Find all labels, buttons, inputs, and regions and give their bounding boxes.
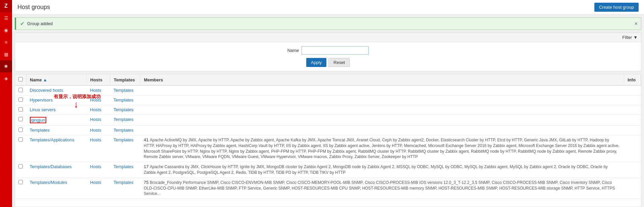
group-name-link[interactable]: qingjun — [31, 118, 45, 123]
table-row: Linux serversHostsTemplates — [15, 105, 641, 115]
filter-name-input[interactable] — [302, 46, 369, 55]
group-name-link[interactable]: Templates/Applications — [30, 137, 74, 142]
reset-button[interactable]: Reset — [328, 58, 350, 67]
hosts-link[interactable]: Hosts — [90, 107, 101, 112]
templates-link[interactable]: Templates — [114, 117, 133, 122]
table-row: Templates/ApplicationsHostsTemplates41 A… — [15, 135, 641, 162]
info-cell — [624, 135, 641, 162]
close-notification-button[interactable]: × — [635, 21, 638, 27]
hosts-link[interactable]: Hosts — [90, 164, 101, 169]
info-cell — [624, 95, 641, 105]
filter-content: Name Apply Reset — [15, 42, 641, 71]
success-notification: ✔ Group added × — [15, 17, 641, 30]
templates-link[interactable]: Templates — [114, 180, 133, 185]
inventory-icon[interactable]: ▦ — [0, 48, 12, 60]
success-message-text: Group added — [27, 21, 53, 26]
templates-link[interactable]: Templates — [114, 97, 133, 102]
filter-name-label: Name — [287, 48, 299, 53]
members-text: Apache Cassandra by JMX, ClickHouse by H… — [144, 164, 608, 175]
members-text: Brocade_Foundry Performance SNMP, Cisco … — [144, 180, 615, 196]
filter-panel: Filter ▼ Name Apply Reset — [15, 32, 641, 71]
row-checkbox[interactable] — [18, 164, 23, 168]
templates-link[interactable]: Templates — [114, 88, 133, 93]
info-cell — [624, 178, 641, 199]
group-name-link[interactable]: Templates/Databases — [30, 164, 72, 169]
templates-link[interactable]: Templates — [114, 137, 133, 142]
members-text: Apache ActiveMQ by JMX, Apache by HTTP, … — [144, 138, 620, 159]
info-cell — [624, 126, 641, 135]
main-content: Host groups Create host group ✔ Group ad… — [12, 0, 644, 207]
row-checkbox[interactable] — [18, 88, 23, 92]
group-name-link[interactable]: Templates — [30, 128, 50, 133]
host-groups-table: Name ▲ Hosts Templates Members Info Disc… — [15, 74, 641, 199]
table-row: Discovered hostsHostsTemplates — [15, 85, 641, 95]
table-row: HypervisorsHostsTemplates — [15, 95, 641, 105]
row-checkbox[interactable] — [18, 128, 23, 132]
select-all-checkbox[interactable] — [18, 77, 23, 81]
filter-buttons: Apply Reset — [306, 58, 350, 67]
filter-icon: ▼ — [633, 35, 638, 40]
templates-link[interactable]: Templates — [114, 107, 133, 112]
host-groups-table-container: Name ▲ Hosts Templates Members Info Disc… — [15, 74, 641, 207]
view-icon[interactable]: ◉ — [0, 24, 12, 36]
hosts-link[interactable]: Hosts — [90, 97, 101, 102]
hosts-link[interactable]: Hosts — [90, 117, 101, 122]
info-cell — [624, 105, 641, 115]
group-name-link[interactable]: Linux servers — [30, 107, 56, 112]
table-row: Templates/DatabasesHostsTemplates17 Apac… — [15, 162, 641, 178]
page-header: Host groups Create host group — [12, 0, 644, 15]
filter-toggle[interactable]: Filter ▼ — [622, 35, 638, 40]
members-count: 17 — [144, 164, 150, 169]
select-all-header — [15, 74, 26, 85]
row-checkbox[interactable] — [18, 107, 23, 112]
table-row: qingjunHostsTemplates — [15, 115, 641, 126]
templates-column-header: Templates — [110, 74, 141, 85]
row-checkbox[interactable] — [18, 137, 23, 142]
name-sort-label: Name ▲ — [30, 77, 47, 82]
group-name-link[interactable]: Discovered hosts — [30, 88, 63, 93]
members-count: 41 — [144, 137, 150, 142]
sidebar: Z ☰ ◉ ≡ ▦ ✱ ◈ — [0, 0, 12, 207]
hosts-link[interactable]: Hosts — [90, 180, 101, 185]
name-column-header[interactable]: Name ▲ — [26, 74, 87, 85]
info-cell — [624, 85, 641, 95]
config-icon[interactable]: ✱ — [0, 60, 12, 72]
row-checkbox[interactable] — [18, 117, 23, 121]
admin-icon[interactable]: ◈ — [0, 72, 12, 84]
sidebar-logo[interactable]: Z — [0, 0, 12, 12]
hosts-column-header: Hosts — [87, 74, 110, 85]
members-count: 75 — [144, 180, 150, 185]
create-host-group-button[interactable]: Create host group — [594, 3, 639, 12]
hosts-link[interactable]: Hosts — [90, 137, 101, 142]
filter-name-row: Name — [287, 46, 369, 55]
group-name-link[interactable]: Hypervisors — [30, 97, 53, 102]
group-name-link[interactable]: Templates/Modules — [30, 180, 67, 185]
filter-label-text: Filter — [622, 35, 632, 40]
monitoring-icon[interactable]: ☰ — [0, 12, 12, 24]
templates-link[interactable]: Templates — [114, 128, 133, 133]
hosts-link[interactable]: Hosts — [90, 88, 101, 93]
hosts-link[interactable]: Hosts — [90, 128, 101, 133]
info-column-header: Info — [624, 74, 641, 85]
table-row: TemplatesHostsTemplates — [15, 126, 641, 135]
row-checkbox[interactable] — [18, 180, 23, 184]
row-checkbox[interactable] — [18, 97, 23, 102]
page-title: Host groups — [17, 4, 50, 11]
success-icon: ✔ — [20, 20, 24, 27]
info-cell — [624, 162, 641, 178]
services-icon[interactable]: ≡ — [0, 36, 12, 48]
info-cell — [624, 115, 641, 126]
templates-link[interactable]: Templates — [114, 164, 133, 169]
apply-button[interactable]: Apply — [306, 58, 327, 67]
filter-header: Filter ▼ — [15, 33, 641, 42]
table-row: Templates/ModulesHostsTemplates75 Brocad… — [15, 178, 641, 199]
members-column-header: Members — [141, 74, 624, 85]
